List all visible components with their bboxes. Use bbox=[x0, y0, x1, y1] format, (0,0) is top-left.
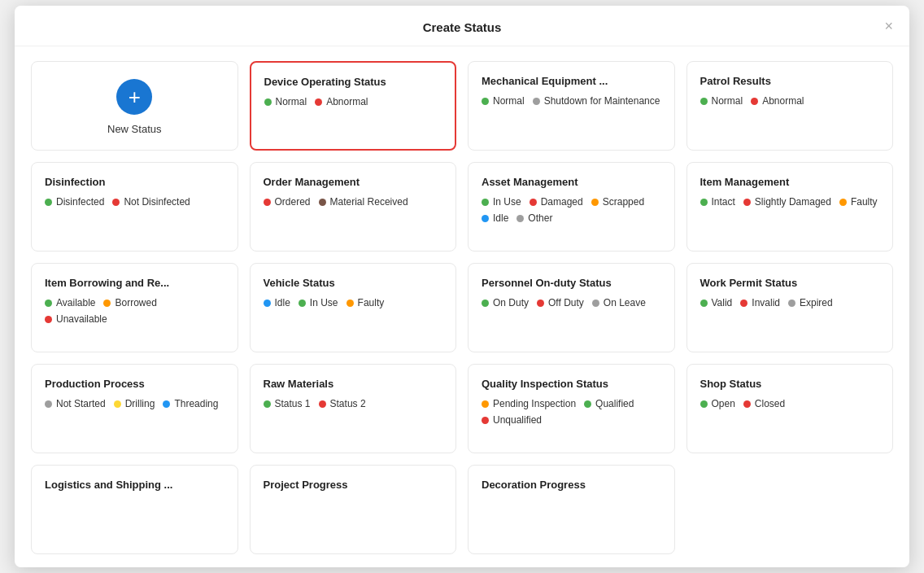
status-label: Threading bbox=[174, 398, 218, 409]
card-personnel-onduty[interactable]: Personnel On-duty Status On Duty Off Dut… bbox=[468, 263, 675, 352]
status-item: Pending Inspection bbox=[482, 398, 576, 409]
card-title: Asset Management bbox=[482, 176, 661, 188]
card-production-process[interactable]: Production Process Not Started Drilling … bbox=[31, 364, 238, 453]
card-title: Mechanical Equipment ... bbox=[482, 75, 661, 87]
status-dot bbox=[346, 300, 354, 307]
card-disinfection[interactable]: Disinfection Disinfected Not Disinfected bbox=[31, 162, 238, 252]
status-label: Material Received bbox=[330, 196, 408, 208]
card-item-borrowing[interactable]: Item Borrowing and Re... Available Borro… bbox=[31, 263, 238, 352]
status-dot bbox=[319, 199, 326, 206]
card-device-operating-status[interactable]: Device Operating Status Normal Abnormal bbox=[250, 61, 457, 151]
status-dot bbox=[516, 215, 524, 222]
status-list: Open Closed bbox=[700, 398, 880, 409]
status-dot bbox=[700, 300, 708, 307]
new-status-label: New Status bbox=[107, 123, 161, 135]
status-item: Open bbox=[700, 398, 735, 409]
status-label: Not Disinfected bbox=[124, 196, 190, 208]
card-mechanical-equipment[interactable]: Mechanical Equipment ... Normal Shutdown… bbox=[468, 61, 675, 151]
status-item: Faulty bbox=[346, 297, 385, 308]
status-label: Drilling bbox=[125, 398, 155, 409]
card-item-management[interactable]: Item Management Intact Slightly Damaged … bbox=[686, 162, 894, 252]
card-vehicle-status[interactable]: Vehicle Status Idle In Use Faulty bbox=[250, 263, 457, 352]
status-label: Damaged bbox=[541, 196, 583, 208]
status-dot bbox=[743, 199, 751, 206]
status-item: On Duty bbox=[482, 297, 529, 308]
card-title: Decoration Progress bbox=[482, 479, 661, 491]
card-asset-management[interactable]: Asset Management In Use Damaged Scrapped… bbox=[468, 162, 675, 252]
card-decoration-progress[interactable]: Decoration Progress bbox=[468, 465, 675, 554]
status-label: Abnormal bbox=[326, 96, 368, 107]
status-label: Normal bbox=[712, 95, 743, 107]
status-dot bbox=[482, 417, 489, 424]
status-list: Available Borrowed Unavailable bbox=[45, 297, 224, 325]
status-list: Disinfected Not Disinfected bbox=[45, 196, 224, 208]
status-item: Intact bbox=[700, 196, 735, 208]
status-item: Drilling bbox=[114, 398, 155, 409]
status-label: Valid bbox=[712, 297, 733, 308]
status-item: In Use bbox=[299, 297, 338, 308]
card-title: Quality Inspection Status bbox=[482, 378, 661, 390]
status-item: Normal bbox=[700, 95, 743, 107]
status-dot bbox=[45, 199, 52, 206]
status-dot bbox=[315, 98, 322, 106]
status-dot bbox=[591, 199, 599, 206]
status-item: Status 2 bbox=[319, 398, 366, 409]
status-dot bbox=[264, 400, 271, 408]
status-dot bbox=[482, 98, 489, 105]
status-dot bbox=[264, 199, 271, 206]
status-item: Slightly Damaged bbox=[743, 196, 831, 208]
status-dot bbox=[788, 300, 795, 307]
card-title: Disinfection bbox=[45, 176, 224, 188]
card-order-management[interactable]: Order Management Ordered Material Receiv… bbox=[250, 162, 457, 252]
status-dot bbox=[299, 300, 306, 307]
status-item: In Use bbox=[482, 196, 521, 208]
card-raw-materials[interactable]: Raw Materials Status 1 Status 2 bbox=[250, 364, 457, 453]
status-item: Unqualified bbox=[482, 414, 542, 426]
status-list: Valid Invalid Expired bbox=[700, 297, 880, 308]
card-shop-status[interactable]: Shop Status Open Closed bbox=[686, 364, 894, 453]
status-item: Not Disinfected bbox=[112, 196, 190, 208]
status-item: Abnormal bbox=[751, 95, 804, 107]
status-item: Other bbox=[516, 212, 552, 224]
status-dot bbox=[114, 400, 121, 408]
status-dot bbox=[700, 98, 708, 105]
status-label: Closed bbox=[755, 398, 785, 409]
card-title: Work Permit Status bbox=[700, 277, 880, 289]
status-item: Borrowed bbox=[103, 297, 156, 308]
status-dot bbox=[740, 300, 747, 307]
card-patrol-results[interactable]: Patrol Results Normal Abnormal bbox=[686, 61, 894, 151]
status-item: Idle bbox=[482, 212, 508, 224]
status-item: Idle bbox=[264, 297, 290, 308]
status-item: Off Duty bbox=[537, 297, 584, 308]
card-logistics-shipping[interactable]: Logistics and Shipping ... bbox=[31, 465, 238, 554]
status-list: Idle In Use Faulty bbox=[264, 297, 443, 308]
status-item: On Leave bbox=[592, 297, 646, 308]
card-title: Item Borrowing and Re... bbox=[45, 277, 224, 289]
status-label: Unqualified bbox=[493, 414, 542, 426]
card-project-progress[interactable]: Project Progress bbox=[250, 465, 457, 554]
status-list: On Duty Off Duty On Leave bbox=[482, 297, 661, 308]
status-dot bbox=[163, 400, 170, 408]
status-list: Pending Inspection Qualified Unqualified bbox=[482, 398, 661, 426]
status-dot bbox=[264, 300, 271, 307]
status-item: Closed bbox=[743, 398, 785, 409]
status-item: Normal bbox=[264, 96, 307, 107]
new-plus-icon: + bbox=[116, 79, 152, 115]
card-quality-inspection[interactable]: Quality Inspection Status Pending Inspec… bbox=[468, 364, 675, 453]
status-item: Damaged bbox=[530, 196, 583, 208]
status-item: Unavailable bbox=[45, 313, 107, 325]
modal-header: Create Status × bbox=[15, 6, 909, 46]
status-label: Ordered bbox=[275, 196, 311, 208]
status-list: Normal Shutdown for Maintenance bbox=[482, 95, 661, 107]
status-dot bbox=[45, 316, 52, 323]
status-item: Abnormal bbox=[315, 96, 368, 107]
card-work-permit[interactable]: Work Permit Status Valid Invalid Expired bbox=[686, 263, 894, 352]
create-status-modal: Create Status × + New Status Device Oper… bbox=[15, 6, 909, 567]
status-list: Not Started Drilling Threading bbox=[45, 398, 224, 409]
close-button[interactable]: × bbox=[884, 19, 893, 33]
status-item: Shutdown for Maintenance bbox=[533, 95, 660, 107]
status-list: Ordered Material Received bbox=[264, 196, 443, 208]
card-new-status[interactable]: + New Status bbox=[31, 61, 238, 151]
status-label: Open bbox=[712, 398, 735, 409]
status-label: Faulty bbox=[358, 297, 385, 308]
